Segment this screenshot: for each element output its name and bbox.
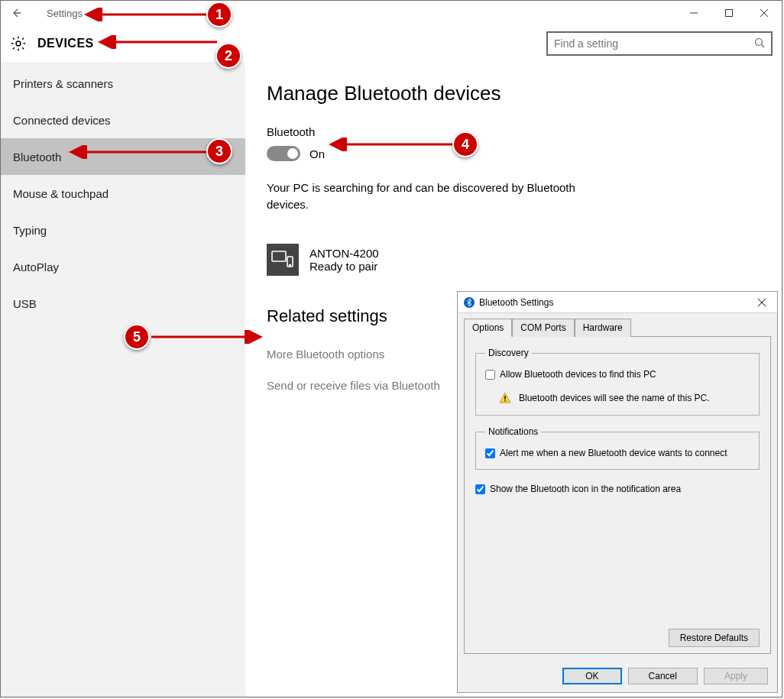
gear-icon (10, 35, 27, 52)
page-header: DEVICES (1, 25, 782, 62)
svg-rect-8 (504, 396, 505, 400)
back-button[interactable] (1, 1, 31, 25)
cancel-button[interactable]: Cancel (628, 668, 698, 684)
main-heading: Manage Bluetooth devices (267, 82, 762, 105)
status-text: Your PC is searching for and can be disc… (267, 180, 595, 213)
svg-rect-5 (272, 251, 286, 261)
restore-defaults-button[interactable]: Restore Defaults (669, 629, 760, 647)
annotation-marker-1: 1 (206, 2, 232, 28)
svg-line-4 (762, 44, 765, 47)
show-icon-checkbox[interactable] (475, 484, 485, 494)
sidebar-item-usb[interactable]: USB (1, 285, 245, 322)
apply-button[interactable]: Apply (704, 668, 768, 684)
device-icon (267, 244, 299, 276)
minimize-button[interactable] (676, 1, 711, 25)
ok-button[interactable]: OK (562, 668, 621, 684)
show-icon-option[interactable]: Show the Bluetooth icon in the notificat… (475, 484, 760, 494)
device-status: Ready to pair (309, 260, 379, 273)
tab-body: Discovery Allow Bluetooth devices to fin… (464, 336, 771, 654)
discovery-group: Discovery Allow Bluetooth devices to fin… (475, 348, 760, 416)
dialog-titlebar: Bluetooth Settings (458, 292, 777, 313)
allow-discovery-checkbox[interactable] (485, 370, 495, 380)
sidebar-item-autoplay[interactable]: AutoPlay (1, 248, 245, 285)
svg-rect-1 (726, 10, 733, 17)
svg-point-7 (290, 264, 291, 266)
notifications-group: Notifications Alert me when a new Blueto… (475, 426, 760, 470)
annotation-marker-5: 5 (124, 324, 150, 350)
annotation-marker-3: 3 (206, 138, 232, 164)
warning-icon (499, 392, 511, 404)
tab-hardware[interactable]: Hardware (575, 319, 631, 337)
device-row[interactable]: ANTON-4200 Ready to pair (267, 244, 762, 276)
tab-options[interactable]: Options (464, 319, 512, 337)
window-title: Settings (47, 8, 83, 19)
bluetooth-toggle[interactable] (267, 146, 300, 161)
sidebar-item-typing[interactable]: Typing (1, 212, 245, 248)
discovery-legend: Discovery (485, 348, 532, 358)
dialog-close-button[interactable] (753, 296, 771, 309)
search-icon (754, 37, 765, 50)
search-input[interactable] (554, 37, 754, 50)
page-title: DEVICES (37, 37, 94, 50)
alert-option[interactable]: Alert me when a new Bluetooth device wan… (485, 448, 750, 458)
sidebar-item-printers[interactable]: Printers & scanners (1, 65, 245, 102)
annotation-marker-4: 4 (452, 131, 478, 157)
back-arrow-icon (10, 7, 22, 19)
search-box[interactable] (546, 31, 773, 56)
svg-rect-9 (504, 400, 505, 401)
dialog-button-row: OK Cancel Apply (458, 660, 777, 692)
notifications-legend: Notifications (485, 426, 541, 437)
discovery-warning: Bluetooth devices will see the name of t… (519, 393, 709, 403)
bluetooth-icon (464, 297, 475, 308)
svg-point-3 (756, 38, 763, 45)
annotation-marker-2: 2 (215, 43, 241, 69)
close-button[interactable] (747, 1, 782, 25)
bluetooth-label: Bluetooth (267, 125, 762, 138)
allow-discovery-option[interactable]: Allow Bluetooth devices to find this PC (485, 369, 750, 380)
alert-checkbox[interactable] (485, 448, 495, 458)
tab-com-ports[interactable]: COM Ports (512, 319, 574, 337)
bluetooth-settings-dialog: Bluetooth Settings Options COM Ports Har… (457, 291, 778, 693)
titlebar: Settings (1, 1, 782, 25)
sidebar-item-mouse[interactable]: Mouse & touchpad (1, 175, 245, 212)
device-name: ANTON-4200 (309, 247, 379, 260)
bluetooth-toggle-state: On (309, 147, 325, 160)
sidebar-item-connected[interactable]: Connected devices (1, 102, 245, 138)
dialog-tabs: Options COM Ports Hardware (458, 313, 777, 336)
maximize-button[interactable] (711, 1, 747, 25)
dialog-title: Bluetooth Settings (479, 297, 553, 308)
svg-point-2 (16, 41, 21, 46)
